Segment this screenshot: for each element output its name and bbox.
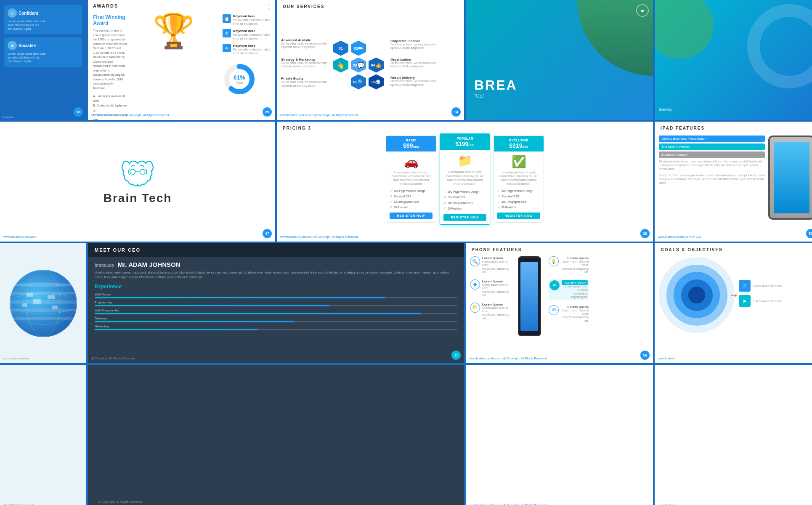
skill-database-label: Database <box>95 317 457 320</box>
sociable-icon: ♦ <box>8 41 17 50</box>
service-left-3: Private Equity On the other hand, we den… <box>281 77 327 88</box>
phone-icon-bulb: 💡 <box>549 256 559 266</box>
slide3-footer: www.braintechslides.com @ Copyright. All… <box>280 114 358 117</box>
sociable-card: ♦ Sociable Lorem ipsum dolor amet.comvar… <box>4 37 82 66</box>
list-item-b: B. Dones iaculis ligula ero ut <box>93 103 128 112</box>
svg-point-2 <box>130 169 135 174</box>
service-l1-body: On the other hand, we denounce with righ… <box>281 42 327 49</box>
service-left-2: Strategy & Marketing On the other hand, … <box>281 58 327 69</box>
slide-meet-ceo: MEET OUR CEO Introduce | Mr. ADAM JOHNSO… <box>88 243 464 363</box>
slide-cover-branding: BREA "Cof ● <box>466 0 653 120</box>
svg-rect-10 <box>27 293 33 297</box>
service-right-1: Corporate Finance On the other hand, we … <box>390 39 445 50</box>
basic-price: $99/mo <box>389 142 433 149</box>
pricing-popular: POPULAR $199/mo 📁 Lorem ipsum dolor sit … <box>440 133 490 225</box>
slide14-footer: @ Copyright. All Rights Reserved. <box>91 497 149 505</box>
skill-networking-label: Networking <box>95 325 457 328</box>
phone-screen <box>520 262 538 331</box>
phone-title: PHONE FEATURES <box>466 243 653 255</box>
svg-rect-12 <box>22 303 27 307</box>
phone-icon-pencil: ✏ <box>549 280 560 290</box>
phone-icon-folder: 📁 <box>470 303 480 313</box>
phone-right-2: Lorem IpsumLorem ipsum dolor sit amet,co… <box>549 279 589 300</box>
pf-l2-title: Lorem Ipsum <box>482 279 510 283</box>
slide-globe: @ All Rights Reserved. <box>0 243 86 363</box>
confident-title: Confident <box>19 11 38 16</box>
ceo-intro-label: Introduce | <box>95 263 118 268</box>
slide-cover-right: braintec <box>655 0 812 120</box>
kw2-body: Perspiciatis undecimis natuserror sit at… <box>233 33 270 40</box>
popular-price: $199/mo <box>443 141 487 148</box>
phone-icon-diamond: ◆ <box>470 279 480 290</box>
popular-desc: Lorem ipsum dolor sit amet, consectetuer… <box>443 170 486 186</box>
service-l3-title: Private Equity <box>281 77 327 80</box>
exclusive-name: EXCLUSIVE <box>496 138 541 142</box>
basic-name: BASIC <box>389 138 433 142</box>
keyword2-icon: ⏱ <box>223 29 231 37</box>
hex-connector2 <box>333 74 348 90</box>
slide-our-services: OUR SERVICES Advanced Analytic On the ot… <box>277 0 464 120</box>
skill-programming-label: Programming <box>95 301 457 304</box>
slide-confident-sociable: ☺ Confident Lorem ipsum dolor amet.comsa… <box>0 0 86 120</box>
exclusive-feat-2: ✓ Standard CSS <box>497 194 540 199</box>
exclusive-price: $319/mo <box>496 142 541 149</box>
slide8-footer: www.braintechslides.com @ Cop <box>658 235 701 238</box>
basic-btn[interactable]: REGISTER NOW <box>390 213 433 219</box>
exclusive-feat-1: ✓ 300 Page Website Design <box>497 188 540 194</box>
phone-left-3: 📁 Lorem IpsumLorem ipsum dolor sit amet,… <box>470 303 510 321</box>
service-r1-title: Corporate Finance <box>390 39 445 43</box>
basic-header: BASIC $99/mo <box>386 136 436 152</box>
popular-name: POPULAR <box>443 136 487 140</box>
kw1-title: Keyword here <box>233 14 270 18</box>
exclusive-btn[interactable]: REGISTER NOW <box>497 213 540 219</box>
donut-chart: 61% Total <box>223 62 256 96</box>
ceo-experience-title: Experience <box>95 284 457 290</box>
pf-l2-text: Lorem ipsum dolor sit amet,consectetur a… <box>482 283 510 298</box>
brand-name: Brain Tech <box>103 191 172 205</box>
ipad-screen <box>774 142 809 213</box>
basic-feat-2: ✓ Standard CSS <box>390 194 433 199</box>
award-text: The standard chunk of Lorem Ipsum used s… <box>93 29 128 90</box>
pf-r1-title: Lorem Ipsum <box>561 256 589 260</box>
slide-phone-features: PHONE FEATURES 🔍 Lorem IpsumLorem ipsum … <box>466 243 653 363</box>
phone-right-1: Lorem IpsumLorem ipsum dolor sit amet,co… <box>549 256 589 274</box>
kw3-title: Keyword here <box>233 44 270 48</box>
svg-rect-13 <box>48 295 55 299</box>
phone-left-2: ◆ Lorem IpsumLorem ipsum dolor sit amet,… <box>470 279 510 298</box>
goals-title: GOALS & OBJECTIVES <box>655 243 812 255</box>
slide3-badge: 14 <box>451 107 461 117</box>
ceo-text: Ut eiit anini ad minim veniam, quis nost… <box>95 271 457 279</box>
globe-graphic <box>10 270 77 337</box>
phone-right-3: Lorem IpsumLorem ipsum dolor sit amet,co… <box>549 305 589 323</box>
goal-item-2: ➤ Lorem ipsum text here <box>739 295 812 307</box>
slide-awards: AWARDS 26 First Winning Award The standa… <box>88 0 275 120</box>
confident-text: Lorem ipsum dolor amet.comsactubuadipisi… <box>8 19 79 31</box>
ipad-tag-3: Business Weapon <box>659 152 765 158</box>
slide2-badge: 26 <box>263 107 272 117</box>
phone-icon-search: 🔍 <box>470 256 480 266</box>
slide-ipad-features: IPAD FEATURES Genius Business Presentati… <box>655 122 812 242</box>
slide-brain-tech-logo: Brain Tech www.braintechslides.com 47 <box>0 122 275 242</box>
pricing-title: PRICING 3 <box>277 122 653 133</box>
trophy-icon: 🏆 <box>153 14 195 48</box>
service-r1-body: On the other hand, we denounce with righ… <box>390 43 445 50</box>
kw1-body: Perspiciatis undecimis natuserror sit at… <box>233 18 270 26</box>
skill-programming-bar <box>95 305 330 306</box>
slide10-badge: 32 <box>451 351 461 360</box>
skill-webprog-label: Web Programming <box>95 309 457 312</box>
ipad-device <box>768 136 812 220</box>
target-graphic: → <box>659 257 735 333</box>
goal-text-2: Lorem ipsum text here <box>753 300 783 303</box>
slide2-footer: www.braintechslides.com @ Copyright. All… <box>91 114 170 117</box>
service-l1-title: Advanced Analytic <box>281 38 327 42</box>
svg-rect-11 <box>33 299 41 304</box>
donut-percent: 61% <box>234 74 245 80</box>
popular-btn[interactable]: REGISTER NOW <box>443 214 486 221</box>
pf-r3-text: Lorem ipsum dolor sit amet,consectetur a… <box>561 309 589 323</box>
slide-ceo-bottom: @ Copyright. All Rights Reserved. <box>88 365 464 505</box>
skill-bars: Web Design Programming Web Programming D… <box>95 293 457 330</box>
popular-header: POPULAR $199/mo <box>440 134 490 150</box>
hex-02: 02✏ <box>351 41 366 56</box>
confident-card: ☺ Confident Lorem ipsum dolor amet.comsa… <box>4 5 82 34</box>
ceo-header: MEET OUR CEO <box>88 243 464 257</box>
